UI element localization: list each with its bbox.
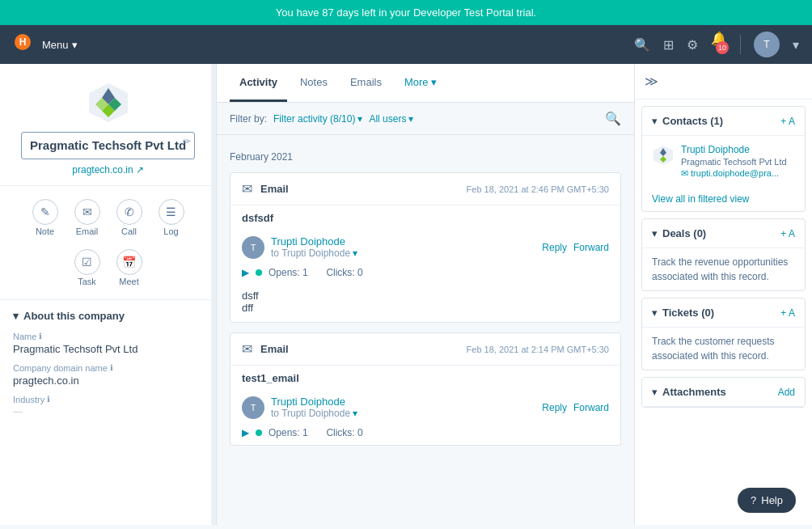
tickets-text: Track the customer requests associated w… (642, 328, 805, 370)
center-content: Activity Notes Emails More Filter by: Fi… (217, 64, 634, 525)
action-buttons: ✎ Note ✉ Email ✆ Call ☰ Log ☑ Task 📅 Mee… (0, 186, 216, 299)
company-logo (86, 80, 131, 125)
view-all-link[interactable]: View all in filtered view (642, 187, 805, 211)
contact-card: Trupti Doiphode Pragmatic Techsoft Pvt L… (642, 136, 805, 187)
sender-row-2: T Trupti Doiphode to Trupti Doiphode ▾ R… (230, 391, 620, 424)
help-button[interactable]: ? Help (738, 488, 796, 513)
collapse-icon: ▾ (13, 310, 19, 322)
sender-row-1: T Trupti Doiphode to Trupti Doiphode ▾ R… (230, 231, 620, 264)
navbar-icons: 🔍 ⊞ ⚙ 🔔 10 T (634, 31, 799, 59)
log-icon: ☰ (159, 199, 184, 225)
sidebar: Pragmatic Techsoft Pvt Ltd ✏ pragtech.co… (0, 64, 217, 525)
expand-row-1: ▶ Opens: 1 Clicks: 0 (230, 264, 620, 285)
expand-row-2: ▶ Opens: 1 Clicks: 0 (230, 424, 620, 445)
name-info-icon[interactable]: ℹ (39, 332, 42, 341)
call-button[interactable]: ✆ Call (112, 196, 147, 239)
reply-button-2[interactable]: Reply (542, 402, 567, 413)
sender-info-2: Trupti Doiphode to Trupti Doiphode ▾ (271, 396, 357, 419)
reply-button-1[interactable]: Reply (542, 242, 567, 253)
meet-button[interactable]: 📅 Meet (112, 246, 147, 290)
deals-section: ▾ Deals (0) + A Track the revenue opport… (641, 218, 806, 291)
domain-field: Company domain name ℹ pragtech.co.in (13, 363, 203, 387)
email-subject-2: test1_email (230, 366, 620, 391)
tickets-collapse-icon: ▾ (652, 307, 658, 319)
more-chevron-icon (431, 76, 437, 88)
contact-name[interactable]: Trupti Doiphode (681, 144, 795, 155)
industry-field: Industry ℹ — (13, 395, 203, 417)
about-header[interactable]: ▾ About this company (13, 310, 203, 322)
meet-icon: 📅 (116, 249, 142, 275)
domain-info-icon[interactable]: ℹ (110, 363, 113, 372)
users-filter-button[interactable]: All users (369, 113, 413, 125)
email-button[interactable]: ✉ Email (70, 196, 105, 239)
deals-header[interactable]: ▾ Deals (0) + A (642, 219, 805, 248)
tab-more[interactable]: More (395, 65, 446, 102)
search-icon[interactable]: 🔍 (634, 37, 650, 53)
expand-arrow-icon-2[interactable]: ▶ (242, 427, 249, 438)
notifications-icon[interactable]: 🔔 10 (711, 31, 727, 59)
expand-panel-button[interactable]: ≫ (635, 64, 812, 99)
attachments-header[interactable]: ▾ Attachments Add (642, 378, 805, 407)
tickets-add-button[interactable]: + A (780, 307, 795, 319)
deals-add-button[interactable]: + A (780, 228, 795, 239)
log-button[interactable]: ☰ Log (154, 196, 189, 239)
clicks-label-1: Clicks: 0 (326, 267, 362, 278)
email-card-1-header: ✉ Email Feb 18, 2021 at 2:46 PM GMT+5:30 (230, 173, 620, 205)
user-menu-chevron-icon[interactable] (793, 37, 799, 53)
forward-button-1[interactable]: Forward (573, 242, 609, 253)
status-dot-1 (256, 269, 262, 276)
user-avatar[interactable]: T (754, 32, 780, 57)
external-link-icon: ↗ (136, 164, 144, 176)
email-card-1: ✉ Email Feb 18, 2021 at 2:46 PM GMT+5:30… (230, 172, 621, 323)
help-icon: ? (751, 494, 756, 506)
hubspot-logo[interactable]: H (13, 32, 32, 57)
note-button[interactable]: ✎ Note (27, 196, 63, 239)
contacts-add-button[interactable]: + A (780, 116, 795, 127)
tickets-title: Tickets (0) (662, 307, 776, 319)
navbar: H Menu 🔍 ⊞ ⚙ 🔔 10 T (0, 25, 812, 64)
opens-1: Opens: 1 (269, 267, 308, 278)
contacts-header[interactable]: ▾ Contacts (1) + A (642, 107, 805, 136)
email-time-1: Feb 18, 2021 at 2:46 PM GMT+5:30 (467, 184, 609, 194)
clicks-1 (315, 267, 320, 278)
email-icon-small: ✉ (681, 168, 688, 178)
to-chevron-icon[interactable]: ▾ (353, 248, 357, 259)
about-section: ▾ About this company Name ℹ Pragmatic Te… (0, 299, 216, 435)
menu-button[interactable]: Menu (42, 39, 78, 51)
date-separator: February 2021 (230, 151, 621, 163)
attachments-add-button[interactable]: Add (778, 387, 795, 398)
email-icon: ✉ (74, 199, 100, 225)
attachments-title: Attachments (662, 386, 773, 398)
marketplace-icon[interactable]: ⊞ (663, 37, 674, 53)
contacts-title: Contacts (1) (662, 115, 776, 127)
email-envelope-icon-2: ✉ (242, 341, 252, 357)
contact-email: ✉ trupti.doiphode@pra... (681, 168, 795, 179)
company-domain-link[interactable]: pragtech.co.in ↗ (13, 164, 203, 176)
industry-value: — (13, 406, 203, 417)
tickets-section: ▾ Tickets (0) + A Track the customer req… (641, 298, 806, 370)
email-card-2-header: ✉ Email Feb 18, 2021 at 2:14 PM GMT+5:30 (230, 333, 620, 366)
clicks-2 (315, 427, 320, 438)
tab-emails[interactable]: Emails (340, 65, 391, 102)
filter-bar: Filter by: Filter activity (8/10) All us… (217, 103, 634, 135)
tab-activity[interactable]: Activity (230, 65, 287, 102)
industry-info-icon[interactable]: ℹ (47, 395, 50, 404)
company-name-box: Pragmatic Techsoft Pvt Ltd ✏ (21, 132, 195, 159)
expand-arrow-icon-1[interactable]: ▶ (242, 267, 249, 278)
name-value: Pragmatic Techsoft Pvt Ltd (13, 343, 203, 355)
activity-search-button[interactable]: 🔍 (605, 111, 621, 126)
to-chevron-icon-2[interactable]: ▾ (353, 408, 357, 419)
contacts-section: ▾ Contacts (1) + A Trupti Doiphode Pragm… (641, 106, 806, 212)
settings-icon[interactable]: ⚙ (687, 37, 698, 53)
name-label: Name ℹ (13, 332, 203, 341)
tickets-header[interactable]: ▾ Tickets (0) + A (642, 298, 805, 328)
deals-collapse-icon: ▾ (652, 227, 658, 239)
task-button[interactable]: ☑ Task (70, 246, 105, 290)
main-layout: Pragmatic Techsoft Pvt Ltd ✏ pragtech.co… (0, 64, 812, 525)
edit-icon[interactable]: ✏ (183, 136, 191, 147)
sender-name-1: Trupti Doiphode (271, 235, 357, 248)
forward-button-2[interactable]: Forward (573, 402, 609, 413)
activity-filter-button[interactable]: Filter activity (8/10) (273, 113, 362, 125)
activity-feed: February 2021 ✉ Email Feb 18, 2021 at 2:… (217, 135, 634, 525)
tab-notes[interactable]: Notes (290, 65, 337, 102)
